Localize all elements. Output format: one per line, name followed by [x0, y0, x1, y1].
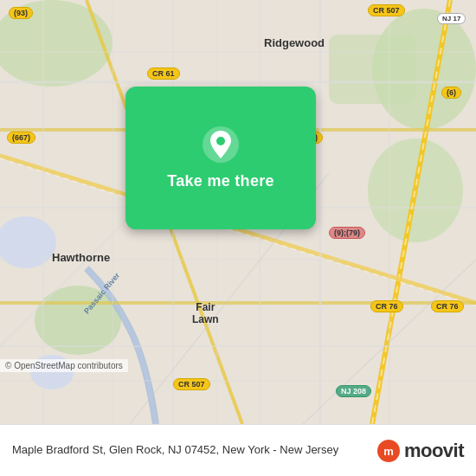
route-badge-nj17: NJ 17 — [437, 13, 466, 24]
copyright-text: © OpenStreetMap contributors — [5, 361, 123, 370]
copyright-bar: © OpenStreetMap contributors — [0, 359, 128, 372]
route-badge-93: (93) — [9, 7, 33, 19]
route-badge-cr507: CR 507 — [368, 4, 405, 16]
route-badge-9-79: (9);(79) — [329, 227, 365, 239]
svg-point-32 — [216, 137, 225, 145]
fairlawn-label: FairLawn — [192, 301, 219, 326]
map-container: Ridgewood Hawthorne FairLawn Passaic Riv… — [0, 0, 476, 424]
moovit-logo-icon: m — [376, 439, 401, 463]
route-badge-667: (667) — [7, 132, 35, 144]
route-badge-cr507b: CR 507 — [173, 378, 210, 390]
route-badge-6: (6) — [441, 87, 461, 99]
route-badge-nj208: NJ 208 — [336, 385, 371, 397]
bottom-bar: Maple Bradford St, Glen Rock, NJ 07452, … — [0, 424, 476, 476]
route-badge-cr61: CR 61 — [147, 68, 180, 80]
hawthorne-label: Hawthorne — [52, 251, 110, 264]
route-badge-cr76a: CR 76 — [370, 300, 403, 312]
address-text: Maple Bradford St, Glen Rock, NJ 07452, … — [12, 442, 368, 458]
svg-rect-5 — [329, 35, 415, 104]
location-pin-icon — [202, 125, 240, 164]
svg-text:m: m — [383, 445, 394, 458]
take-me-there-label: Take me there — [167, 172, 274, 190]
route-badge-cr76b: CR 76 — [431, 300, 464, 312]
moovit-logo: m moovit — [376, 439, 464, 463]
take-me-there-card[interactable]: Take me there — [125, 87, 316, 229]
ridgewood-label: Ridgewood — [264, 36, 325, 49]
moovit-logo-text: moovit — [404, 440, 464, 462]
